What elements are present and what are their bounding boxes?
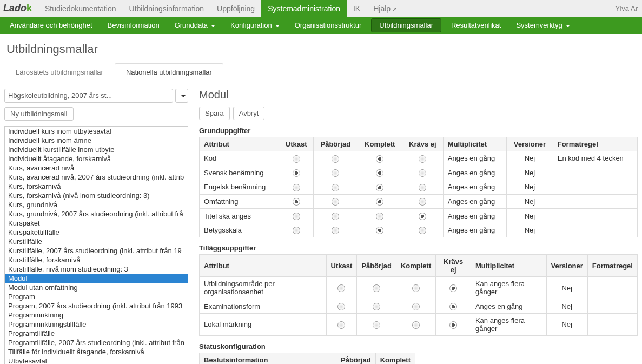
table-header: Utkast xyxy=(326,255,357,277)
list-item[interactable]: Kurspaket xyxy=(5,219,188,228)
list-item[interactable]: Individuellt kurstillfälle inom utbyte xyxy=(5,145,188,154)
radio-icon[interactable] xyxy=(419,155,426,163)
radio-icon[interactable] xyxy=(376,184,383,191)
radio-icon[interactable] xyxy=(332,155,339,163)
list-item[interactable]: Kurs, forskarnivå xyxy=(5,182,188,191)
radio-icon[interactable] xyxy=(293,213,300,220)
save-button-top[interactable]: Spara xyxy=(199,107,230,120)
radio-icon[interactable] xyxy=(373,303,380,310)
attr-cell: Omfattning xyxy=(200,194,279,209)
table-header: Utkast xyxy=(279,137,314,151)
table-row: Lokal märkningKan anges flera gångerNej xyxy=(200,313,638,335)
attr-cell: Betygsskala xyxy=(200,223,279,237)
section-statuskonfig: Statuskonfiguration xyxy=(199,342,638,350)
tab[interactable]: Lärosätets utbildningsmallar xyxy=(4,63,115,81)
radio-icon[interactable] xyxy=(293,169,300,177)
subnav-item[interactable]: Systemverktyg xyxy=(508,17,577,34)
list-item[interactable]: Tillfälle för individuellt åtagande, for… xyxy=(5,347,188,356)
list-item[interactable]: Programinriktning xyxy=(5,310,188,320)
topnav-item[interactable]: Utbildningsinformation xyxy=(123,0,211,17)
list-item[interactable]: Individuell kurs inom ämne xyxy=(5,136,188,145)
list-item[interactable]: Kurstillfälle, 2007 års studieordning (i… xyxy=(5,246,188,255)
radio-icon[interactable] xyxy=(419,213,426,220)
list-item[interactable]: Individuell kurs inom utbytesavtal xyxy=(5,127,188,136)
new-template-button[interactable]: Ny utbildningsmall xyxy=(4,107,74,121)
chevron-down-icon xyxy=(178,92,186,100)
radio-icon[interactable] xyxy=(419,169,426,177)
radio-icon[interactable] xyxy=(376,198,383,206)
list-item[interactable]: Kurs, grundnivå, 2007 års studieordning … xyxy=(5,209,188,219)
list-item[interactable]: Modul utan omfattning xyxy=(5,283,188,292)
user-name[interactable]: Ylva Ar xyxy=(615,0,642,17)
radio-icon[interactable] xyxy=(412,303,420,310)
radio-icon[interactable] xyxy=(419,227,426,234)
ver-cell: Nej xyxy=(507,209,553,223)
list-item[interactable]: Kurstillfälle, nivå inom studieordning: … xyxy=(5,264,188,274)
radio-icon[interactable] xyxy=(376,169,383,177)
radio-icon[interactable] xyxy=(337,303,345,310)
list-item[interactable]: Kurs, avancerad nivå xyxy=(5,163,188,173)
fmt-cell xyxy=(587,299,637,314)
list-item[interactable]: Program, 2007 års studieordning (inkl. a… xyxy=(5,301,188,310)
radio-icon[interactable] xyxy=(332,213,339,220)
subnav-item[interactable]: Användare och behörighet xyxy=(2,17,100,34)
topnav-item[interactable]: Hjälp xyxy=(367,0,403,17)
radio-icon[interactable] xyxy=(376,227,383,234)
radio-icon[interactable] xyxy=(332,184,339,191)
list-item[interactable]: Kurs, avancerad nivå, 2007 års studieord… xyxy=(5,173,188,182)
topnav-item[interactable]: IK xyxy=(347,0,367,17)
radio-icon[interactable] xyxy=(376,155,383,163)
list-item[interactable]: Kurspakettillfälle xyxy=(5,228,188,237)
radio-icon[interactable] xyxy=(449,303,457,310)
fmt-cell xyxy=(553,180,637,195)
list-item[interactable]: Kurs, forskarnivå (nivå inom studieordni… xyxy=(5,191,188,200)
topnav-item[interactable]: Studiedokumentation xyxy=(38,0,123,17)
list-item[interactable]: Modul xyxy=(5,274,188,283)
mult-cell: Anges en gång xyxy=(443,194,506,209)
list-item[interactable]: Programtillfälle xyxy=(5,329,188,338)
subnav-item[interactable]: Grunddata xyxy=(167,17,223,34)
topnav-item[interactable]: Uppföljning xyxy=(210,0,261,17)
radio-icon[interactable] xyxy=(449,321,457,329)
cancel-button-top[interactable]: Avbryt xyxy=(233,107,265,120)
list-item[interactable]: Kurstillfälle, forskarnivå xyxy=(5,255,188,264)
radio-icon[interactable] xyxy=(332,169,339,177)
filter-select[interactable]: Högskoleutbildning, 2007 års st... xyxy=(4,89,173,103)
radio-icon[interactable] xyxy=(376,213,383,220)
tab[interactable]: Nationella utbildningsmallar xyxy=(115,63,223,81)
list-item[interactable]: Individuellt åtagande, forskarnivå xyxy=(5,154,188,163)
radio-icon[interactable] xyxy=(373,284,380,292)
ver-cell: Nej xyxy=(546,277,587,299)
template-list[interactable]: Individuell kurs inom utbytesavtalIndivi… xyxy=(4,126,188,364)
fmt-cell xyxy=(587,277,637,299)
radio-icon[interactable] xyxy=(419,198,426,206)
radio-icon[interactable] xyxy=(293,155,300,163)
list-item[interactable]: Kurs, grundnivå xyxy=(5,200,188,209)
subnav-item[interactable]: Utbildningsmallar xyxy=(371,18,441,32)
radio-icon[interactable] xyxy=(373,321,380,329)
topnav-item[interactable]: Systemadministration xyxy=(261,0,347,17)
radio-icon[interactable] xyxy=(332,198,339,206)
radio-icon[interactable] xyxy=(293,184,300,191)
table-row: Engelsk benämningAnges en gångNej xyxy=(200,180,638,195)
radio-icon[interactable] xyxy=(449,284,457,292)
filter-select-dropdown[interactable] xyxy=(175,89,188,103)
radio-icon[interactable] xyxy=(412,321,420,329)
radio-icon[interactable] xyxy=(337,321,345,329)
list-item[interactable]: Utbytesavtal xyxy=(5,356,188,364)
radio-icon[interactable] xyxy=(412,284,420,292)
radio-icon[interactable] xyxy=(332,227,339,234)
subnav-item[interactable]: Organisationsstruktur xyxy=(287,17,369,34)
list-item[interactable]: Programtillfälle, 2007 års studieordning… xyxy=(5,338,188,347)
topnav: StudiedokumentationUtbildningsinformatio… xyxy=(38,0,615,17)
subnav-item[interactable]: Bevisinformation xyxy=(100,17,167,34)
radio-icon[interactable] xyxy=(293,227,300,234)
subnav-item[interactable]: Konfiguration xyxy=(223,17,287,34)
radio-icon[interactable] xyxy=(293,198,300,206)
radio-icon[interactable] xyxy=(337,284,345,292)
radio-icon[interactable] xyxy=(419,184,426,191)
list-item[interactable]: Programinriktningstillfälle xyxy=(5,320,188,329)
subnav-item[interactable]: Resultatverifikat xyxy=(444,17,508,34)
list-item[interactable]: Kurstillfälle xyxy=(5,237,188,246)
list-item[interactable]: Program xyxy=(5,292,188,301)
